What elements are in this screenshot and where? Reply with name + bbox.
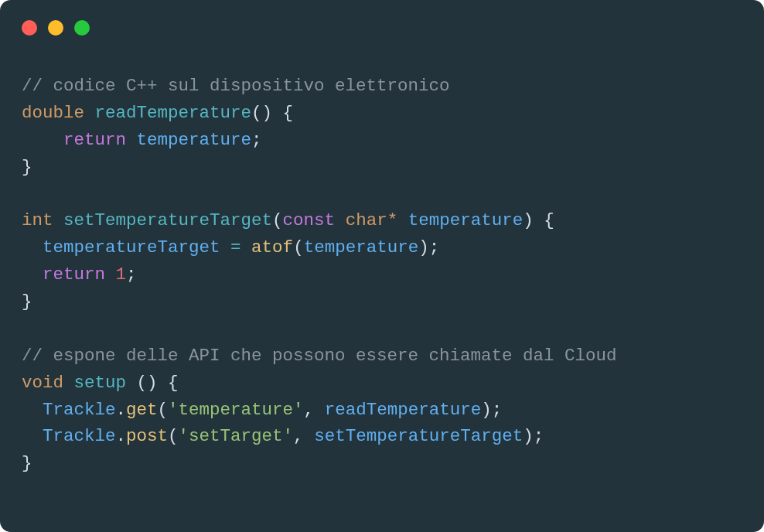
code-token <box>241 237 252 257</box>
code-line: // espone delle API che possono essere c… <box>22 346 617 366</box>
code-token: () { <box>126 373 179 393</box>
code-token: 1 <box>116 264 127 285</box>
code-token: 'setTarget' <box>179 426 294 446</box>
code-line: Trackle.post('setTarget', setTemperature… <box>22 426 544 446</box>
zoom-icon[interactable] <box>74 20 90 36</box>
code-window: // codice C++ sul dispositivo elettronic… <box>0 0 764 532</box>
code-token: . <box>116 426 127 446</box>
code-token: temperature <box>408 210 524 230</box>
code-token: ) { <box>523 210 554 230</box>
code-token: post <box>126 426 168 446</box>
code-token <box>84 103 95 123</box>
code-token: readTemperature <box>95 103 252 123</box>
code-token: const <box>283 210 336 230</box>
code-line: int setTemperatureTarget(const char* tem… <box>22 210 554 230</box>
code-token: , <box>293 426 314 446</box>
code-block: // codice C++ sul dispositivo elettronic… <box>22 73 742 477</box>
code-token <box>397 210 408 230</box>
code-line: temperatureTarget = atof(temperature); <box>22 237 439 257</box>
code-line: void setup () { <box>22 373 179 393</box>
code-token: ( <box>293 237 304 257</box>
code-token: ( <box>272 210 283 230</box>
code-line: // codice C++ sul dispositivo elettronic… <box>22 76 450 96</box>
code-token: setTemperatureTarget <box>63 210 272 230</box>
window-traffic-lights <box>22 20 742 36</box>
code-line: Trackle.get('temperature', readTemperatu… <box>22 400 502 420</box>
code-line: } <box>22 157 32 177</box>
code-token: double <box>22 103 84 123</box>
code-token <box>22 264 43 285</box>
code-token: ; <box>126 264 137 285</box>
code-token <box>220 237 231 257</box>
code-token: void <box>22 373 63 393</box>
code-token: // espone delle API che possono essere c… <box>22 346 617 366</box>
code-token: } <box>22 292 32 312</box>
code-token <box>22 426 43 446</box>
code-token: temperature <box>137 130 252 150</box>
code-token <box>53 210 64 230</box>
code-token: 'temperature' <box>168 400 304 420</box>
code-token <box>105 264 116 285</box>
code-token <box>22 130 63 150</box>
code-token: setup <box>74 373 127 393</box>
code-line: } <box>22 292 32 312</box>
code-token: setTemperatureTarget <box>314 426 523 446</box>
code-token: return <box>43 264 105 285</box>
code-token: ); <box>481 400 502 420</box>
code-token: temperatureTarget <box>43 237 220 257</box>
code-token <box>22 400 43 420</box>
code-token: temperature <box>304 237 419 257</box>
code-token: ; <box>251 130 262 150</box>
code-token: Trackle <box>43 400 116 420</box>
code-token: . <box>116 400 127 420</box>
code-token: return <box>63 130 126 150</box>
code-token: () { <box>251 103 293 123</box>
code-token: ( <box>168 426 179 446</box>
code-token: , <box>304 400 325 420</box>
code-line: return 1; <box>22 264 137 285</box>
code-token: } <box>22 453 32 473</box>
code-token: = <box>230 237 241 257</box>
code-token: Trackle <box>43 426 116 446</box>
code-token: ); <box>418 237 439 257</box>
code-token: ); <box>523 426 544 446</box>
code-token: ( <box>158 400 169 420</box>
code-token: get <box>126 400 158 420</box>
code-token: int <box>22 210 53 230</box>
code-token: // codice C++ sul dispositivo elettronic… <box>22 76 450 96</box>
code-token <box>335 210 346 230</box>
minimize-icon[interactable] <box>48 20 63 36</box>
code-line: double readTemperature() { <box>22 103 293 123</box>
code-token <box>126 130 137 150</box>
close-icon[interactable] <box>22 20 37 36</box>
code-token <box>22 237 43 257</box>
code-token: readTemperature <box>325 400 482 420</box>
code-token: char* <box>346 210 398 230</box>
code-token: } <box>22 157 32 177</box>
code-token: atof <box>251 237 293 257</box>
code-line: } <box>22 453 32 473</box>
code-token <box>63 373 74 393</box>
code-line: return temperature; <box>22 130 262 150</box>
